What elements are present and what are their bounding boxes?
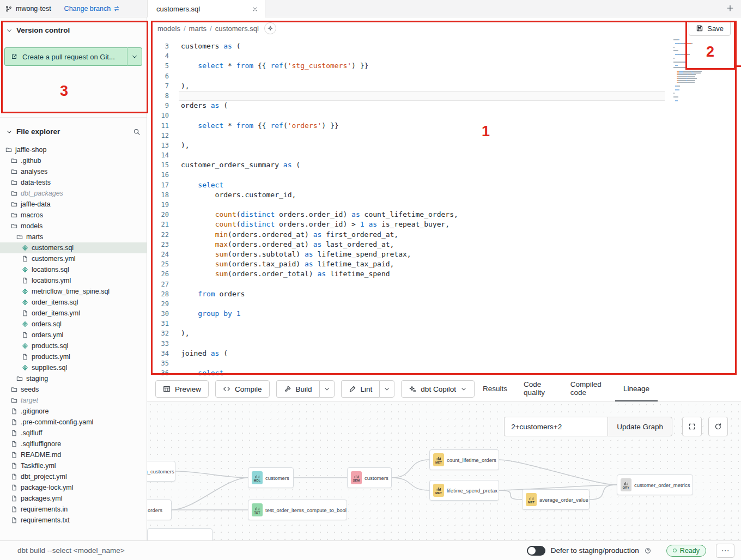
- code-line[interactable]: 33: [147, 339, 741, 349]
- lineage-node-test_order_items_compute_to_bools...[interactable]: TSTtest_order_items_compute_to_bools...: [248, 500, 347, 520]
- code-editor[interactable]: 3customers as (45 select * from {{ ref('…: [147, 39, 741, 377]
- new-tab-icon[interactable]: [726, 4, 734, 12]
- lineage-node-stg_customers[interactable]: MDLstg_customers: [147, 461, 175, 482]
- code-line[interactable]: 28 from orders: [147, 289, 741, 299]
- tree-item-.pre-commit-config.yaml[interactable]: .pre-commit-config.yaml: [0, 417, 147, 428]
- tree-item-orders.yml[interactable]: orders.yml: [0, 330, 147, 340]
- save-button[interactable]: Save: [689, 21, 731, 36]
- lineage-node-lifetime_spend_pretax[interactable]: METlifetime_spend_pretax: [429, 480, 499, 501]
- close-tab-icon[interactable]: [252, 6, 258, 13]
- code-line[interactable]: 21 count(distinct orders.order_id) > 1 a…: [147, 220, 741, 229]
- code-line[interactable]: 24 sum(orders.subtotal) as lifetime_spen…: [147, 249, 741, 259]
- refresh-graph-button[interactable]: [708, 417, 728, 436]
- code-line[interactable]: 5 select * from {{ ref('stg_customers') …: [147, 61, 741, 71]
- code-line[interactable]: 19: [147, 200, 741, 210]
- create-pr-dropdown-button[interactable]: [127, 47, 142, 66]
- tree-item-.gitignore[interactable]: .gitignore: [0, 406, 147, 417]
- code-line[interactable]: 3customers as (: [147, 41, 741, 51]
- lineage-node-count_lifetime_orders[interactable]: METcount_lifetime_orders: [429, 449, 499, 470]
- code-line[interactable]: 7),: [147, 81, 741, 91]
- more-options-button[interactable]: ⋯: [716, 544, 734, 558]
- version-control-header[interactable]: Version control: [0, 26, 147, 34]
- code-line[interactable]: 32),: [147, 328, 741, 338]
- tree-item-marts[interactable]: marts: [0, 232, 147, 242]
- fullscreen-button[interactable]: [682, 417, 702, 436]
- code-line[interactable]: 16: [147, 170, 741, 180]
- code-line[interactable]: 18 orders.customer_id,: [147, 190, 741, 200]
- tree-item-macros[interactable]: macros: [0, 210, 147, 221]
- code-line[interactable]: 27: [147, 279, 741, 289]
- lint-button[interactable]: Lint: [341, 380, 380, 398]
- tree-item-.sqlfluff[interactable]: .sqlfluff: [0, 428, 147, 439]
- update-graph-button[interactable]: Update Graph: [608, 417, 672, 436]
- tree-item-metricflow_time_spine.sql[interactable]: metricflow_time_spine.sql: [0, 286, 147, 297]
- code-line[interactable]: 14: [147, 150, 741, 160]
- tree-item-Taskfile.yml[interactable]: Taskfile.yml: [0, 460, 147, 471]
- tree-item-.sqlfluffignore[interactable]: .sqlfluffignore: [0, 439, 147, 449]
- tab-customers-sql[interactable]: customers.sql: [147, 0, 265, 18]
- tree-item-requirements.txt[interactable]: requirements.txt: [0, 515, 147, 526]
- code-line[interactable]: 9orders as (: [147, 101, 741, 111]
- tree-item-orders.sql[interactable]: orders.sql: [0, 319, 147, 330]
- tree-item-dbt_packages[interactable]: dbt_packages: [0, 188, 147, 199]
- code-line[interactable]: 29: [147, 299, 741, 309]
- tab-code-quality[interactable]: Code quality: [515, 377, 562, 401]
- tree-item-jaffle-shop[interactable]: jaffle-shop: [0, 144, 147, 155]
- code-line[interactable]: 26 sum(orders.order_total) as lifetime_s…: [147, 269, 741, 279]
- dbt-copilot-button[interactable]: dbt Copilot: [401, 380, 475, 398]
- preview-button[interactable]: Preview: [155, 380, 209, 398]
- tree-item-customers.yml[interactable]: customers.yml: [0, 253, 147, 264]
- code-line[interactable]: 34joined as (: [147, 349, 741, 358]
- help-icon[interactable]: [645, 547, 651, 554]
- code-line[interactable]: 11 select * from {{ ref('orders') }}: [147, 121, 741, 131]
- lineage-node-partial[interactable]: [147, 528, 212, 540]
- defer-toggle[interactable]: [527, 546, 545, 556]
- ready-status-badge[interactable]: Ready: [666, 545, 706, 557]
- copilot-badge-button[interactable]: [264, 22, 276, 34]
- build-dropdown-button[interactable]: [319, 380, 335, 398]
- code-line[interactable]: 31: [147, 319, 741, 328]
- code-line[interactable]: 15customer_orders_summary as (: [147, 160, 741, 170]
- tree-item-locations.sql[interactable]: locations.sql: [0, 264, 147, 275]
- code-line[interactable]: 10: [147, 111, 741, 120]
- lineage-node-customer_order_metrics[interactable]: QRYcustomer_order_metrics: [617, 474, 693, 495]
- code-line[interactable]: 36 select: [147, 368, 741, 377]
- tree-item-supplies.sql[interactable]: supplies.sql: [0, 362, 147, 373]
- tree-item-models[interactable]: models: [0, 221, 147, 232]
- tree-item-jaffle-data[interactable]: jaffle-data: [0, 199, 147, 210]
- lint-dropdown-button[interactable]: [379, 380, 394, 398]
- minimap[interactable]: [673, 39, 718, 102]
- tree-item-target[interactable]: target: [0, 395, 147, 406]
- code-line[interactable]: 35: [147, 358, 741, 368]
- tab-lineage[interactable]: Lineage: [615, 377, 658, 401]
- tab-compiled-code[interactable]: Compiled code: [562, 377, 615, 401]
- create-pr-button[interactable]: Create a pull request on Git...: [4, 47, 127, 66]
- tree-item-package-lock.yml[interactable]: package-lock.yml: [0, 482, 147, 493]
- tree-item-order_items.sql[interactable]: order_items.sql: [0, 297, 147, 308]
- change-branch-link[interactable]: Change branch: [64, 5, 120, 13]
- code-line[interactable]: 8: [147, 91, 741, 101]
- tree-item-.github[interactable]: .github: [0, 155, 147, 166]
- search-icon[interactable]: [133, 128, 141, 136]
- tree-item-order_items.yml[interactable]: order_items.yml: [0, 308, 147, 319]
- file-explorer-header[interactable]: File explorer: [0, 127, 147, 136]
- tab-results[interactable]: Results: [475, 377, 515, 401]
- tree-item-products.sql[interactable]: products.sql: [0, 340, 147, 351]
- code-line[interactable]: 30 group by 1: [147, 309, 741, 319]
- code-line[interactable]: 17 select: [147, 180, 741, 190]
- tree-item-seeds[interactable]: seeds: [0, 384, 147, 395]
- lineage-node-orders[interactable]: MDLorders: [147, 500, 172, 520]
- tree-item-products.yml[interactable]: products.yml: [0, 351, 147, 362]
- lineage-node-customers[interactable]: MDLcustomers: [248, 467, 294, 488]
- lineage-node-average_order_value[interactable]: METaverage_order_value: [522, 489, 590, 510]
- tree-item-packages.yml[interactable]: packages.yml: [0, 493, 147, 504]
- tree-item-analyses[interactable]: analyses: [0, 166, 147, 177]
- code-line[interactable]: 23 max(orders.ordered_at) as last_ordere…: [147, 240, 741, 249]
- lineage-selector-input[interactable]: [504, 417, 608, 436]
- code-line[interactable]: 4: [147, 51, 741, 61]
- tree-item-requirements.in[interactable]: requirements.in: [0, 504, 147, 515]
- compile-button[interactable]: Compile: [215, 380, 270, 398]
- tree-item-customers.sql[interactable]: customers.sql: [0, 242, 147, 253]
- tree-item-locations.yml[interactable]: locations.yml: [0, 275, 147, 286]
- tree-item-README.md[interactable]: README.md: [0, 449, 147, 460]
